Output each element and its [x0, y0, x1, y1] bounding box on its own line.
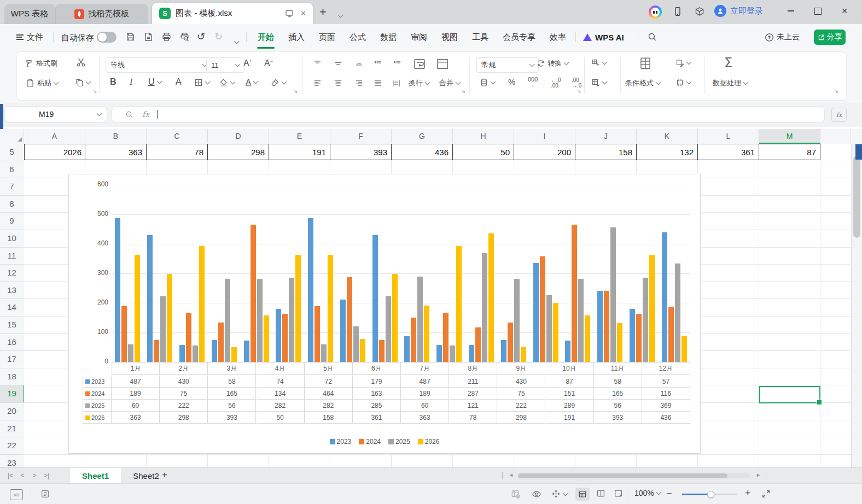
table-settings-icon[interactable] — [511, 489, 521, 499]
bar-2026[interactable] — [328, 255, 333, 362]
decrease-indent-icon[interactable] — [374, 60, 382, 68]
eye-protect-icon[interactable] — [532, 489, 541, 499]
tab-document-active[interactable]: S 图表 - 模板.xlsx ✕ — [152, 3, 313, 24]
row-column-button[interactable] — [591, 78, 607, 87]
bar-2026[interactable] — [295, 255, 301, 362]
bar-2024[interactable] — [251, 225, 256, 362]
select-all-corner[interactable] — [0, 129, 24, 143]
wrap-text-button[interactable]: 换行 — [409, 78, 429, 88]
formula-input[interactable]: fx — [112, 106, 825, 122]
convert-button[interactable]: 转换 — [537, 58, 568, 68]
increase-indent-icon[interactable] — [393, 60, 401, 68]
bar-2025[interactable] — [160, 296, 166, 362]
shrink-font-button[interactable]: A− — [264, 58, 273, 68]
bar-2026[interactable] — [360, 339, 365, 362]
ribbon-expander[interactable]: ↘ — [834, 88, 838, 94]
percent-style-button[interactable]: % — [508, 77, 515, 86]
sheet-tab-Sheet1[interactable]: Sheet1 — [70, 468, 121, 483]
column-header-A[interactable]: A — [24, 129, 85, 143]
cell-F5[interactable]: 393 — [330, 144, 392, 160]
save-icon[interactable] — [126, 32, 135, 42]
column-header-D[interactable]: D — [208, 129, 269, 143]
hsplit-handle-left[interactable] — [502, 472, 503, 479]
redo-icon[interactable]: ↻ — [214, 31, 223, 43]
bar-2025[interactable] — [675, 263, 680, 362]
bar-2025[interactable] — [193, 345, 198, 362]
column-header-L[interactable]: L — [698, 129, 759, 143]
zoom-slider-track[interactable] — [682, 494, 737, 495]
bar-2025[interactable] — [578, 279, 584, 362]
view-normal-button[interactable] — [575, 488, 590, 501]
column-header-C[interactable]: C — [147, 129, 208, 143]
bar-2025[interactable] — [610, 227, 616, 362]
menu-tab-会员专享[interactable]: 会员专享 — [496, 24, 543, 50]
legend-item-2023[interactable]: 2023 — [330, 438, 352, 446]
column-header-B[interactable]: B — [85, 129, 147, 143]
bar-2025[interactable] — [643, 278, 648, 362]
align-right-icon[interactable] — [355, 79, 363, 87]
cell-B5[interactable]: 363 — [85, 144, 147, 160]
bar-2023[interactable] — [372, 235, 378, 362]
bar-2023[interactable] — [501, 340, 506, 362]
wps-ai-menu[interactable]: WPS AI — [583, 24, 624, 50]
font-color-button[interactable]: A — [246, 77, 258, 86]
cell-I5[interactable]: 200 — [514, 144, 575, 160]
align-middle-icon[interactable] — [334, 60, 342, 68]
bar-2024[interactable] — [314, 306, 320, 362]
bar-2023[interactable] — [179, 345, 185, 362]
bar-2026[interactable] — [264, 315, 269, 362]
row-header-5[interactable]: 5 — [0, 144, 24, 161]
bar-2024[interactable] — [282, 314, 288, 362]
bar-2025[interactable] — [353, 326, 359, 362]
horizontal-scroll-track[interactable] — [518, 473, 749, 478]
cell-H5[interactable]: 50 — [452, 144, 514, 160]
bar-2025[interactable] — [482, 253, 487, 362]
bar-2024[interactable] — [475, 327, 481, 362]
bar-2024[interactable] — [154, 340, 159, 362]
insert-cells-button[interactable] — [591, 58, 607, 67]
column-header-I[interactable]: I — [514, 129, 575, 143]
grow-font-button[interactable]: A+ — [243, 58, 252, 68]
bar-2024[interactable] — [218, 323, 224, 362]
embedded-chart[interactable]: 60050040030020010001月2月3月4月5月6月7月8月9月10月… — [68, 174, 701, 454]
column-header-F[interactable]: F — [330, 129, 392, 143]
clipboard-group-expander[interactable]: ↘ — [92, 88, 97, 94]
monitor-icon[interactable] — [285, 9, 294, 18]
bar-2025[interactable] — [225, 279, 230, 362]
font-name-select[interactable]: 等线 — [106, 57, 212, 73]
bar-2023[interactable] — [212, 340, 217, 362]
menu-tab-审阅[interactable]: 审阅 — [404, 24, 434, 50]
next-sheet-icon[interactable]: > — [28, 472, 40, 479]
align-center-icon[interactable] — [334, 79, 342, 87]
bar-2026[interactable] — [456, 246, 462, 362]
tab-wps-home[interactable]: WPS 表格 — [4, 4, 55, 24]
bar-2024[interactable] — [379, 340, 385, 362]
bar-2023[interactable] — [147, 235, 153, 362]
underline-button[interactable]: U — [148, 77, 161, 87]
row-header-18[interactable]: 18 — [0, 368, 24, 386]
row-header-15[interactable]: 15 — [0, 317, 24, 334]
row-header-12[interactable]: 12 — [0, 265, 24, 282]
align-top-icon[interactable] — [313, 60, 322, 68]
macro-record-icon[interactable]: VB — [10, 489, 23, 500]
column-header-K[interactable]: K — [637, 129, 698, 143]
bar-2026[interactable] — [167, 274, 172, 362]
maximize-button[interactable] — [806, 0, 829, 22]
copy-button[interactable] — [75, 78, 90, 87]
zoom-slider-thumb[interactable] — [707, 491, 714, 498]
bar-2024[interactable] — [186, 313, 191, 362]
scroll-left-icon[interactable]: ◄ — [509, 472, 514, 478]
bar-2024[interactable] — [411, 318, 416, 362]
wrap-text-icon[interactable] — [413, 57, 426, 71]
row-header-10[interactable]: 10 — [0, 230, 24, 248]
bar-2025[interactable] — [321, 344, 327, 362]
font-size-select[interactable]: 11 — [206, 57, 244, 73]
align-group-expander[interactable]: ↘ — [461, 88, 465, 94]
merge-button[interactable]: 合并 — [439, 78, 460, 88]
menu-tab-数据[interactable]: 数据 — [373, 24, 404, 50]
bar-2026[interactable] — [617, 323, 622, 362]
cell-G5[interactable]: 436 — [391, 144, 453, 160]
bar-2026[interactable] — [135, 255, 140, 362]
row-header-13[interactable]: 13 — [0, 282, 24, 300]
bar-2024[interactable] — [347, 277, 352, 362]
